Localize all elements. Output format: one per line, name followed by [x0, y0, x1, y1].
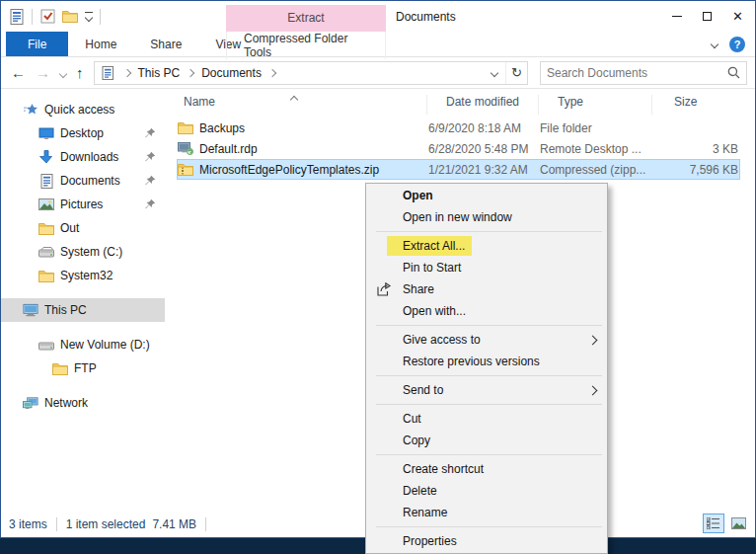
- menu-item-open[interactable]: Open: [366, 185, 607, 206]
- sidebar-item-ftp[interactable]: FTP: [1, 356, 165, 380]
- menu-separator: [376, 325, 602, 326]
- selection-size: 7.41 MB: [152, 517, 196, 531]
- downloads-icon: [38, 149, 54, 165]
- breadcrumb-documents[interactable]: Documents: [201, 66, 262, 80]
- thumbnail-view-button[interactable]: [727, 514, 749, 533]
- tab-file[interactable]: File: [6, 32, 68, 56]
- minimize-icon: [672, 16, 682, 17]
- highlight-annotation: Extract All...: [387, 236, 472, 256]
- selection-count: 1 item selected: [66, 517, 146, 531]
- breadcrumb-separator-icon[interactable]: [268, 68, 276, 76]
- breadcrumb-separator-icon[interactable]: [187, 68, 194, 76]
- menu-item-create-shortcut[interactable]: Create shortcut: [366, 458, 607, 480]
- tab-compressed-folder-tools[interactable]: Compressed Folder Tools: [226, 32, 386, 59]
- window-title: Documents: [396, 10, 456, 24]
- thumbnail-view-icon: [731, 517, 746, 529]
- picture-icon: [38, 197, 54, 212]
- checkbox-icon[interactable]: [39, 9, 55, 25]
- menu-item-extract-all[interactable]: Extract All...: [366, 235, 607, 257]
- quick-access-star-icon: [23, 102, 38, 118]
- sidebar-item-this-pc[interactable]: This PC: [1, 298, 165, 322]
- file-row-zip-selected[interactable]: MicrosoftEdgePolicyTemplates.zip 1/21/20…: [177, 159, 740, 180]
- sidebar-item-quick-access[interactable]: Quick access: [1, 98, 165, 121]
- pin-icon: [145, 151, 156, 162]
- pin-icon: [145, 175, 156, 186]
- customize-quick-access-dropdown[interactable]: [85, 12, 93, 21]
- maximize-icon: [703, 12, 712, 21]
- menu-item-open-with[interactable]: Open with...: [366, 300, 607, 322]
- documents-icon: [9, 9, 25, 25]
- quick-access-toolbar: [9, 1, 101, 32]
- divider: [56, 517, 57, 531]
- menu-item-send-to[interactable]: Send to: [366, 379, 607, 401]
- new-folder-icon[interactable]: [62, 9, 78, 25]
- close-button[interactable]: ✕: [722, 1, 753, 31]
- tab-share[interactable]: Share: [133, 32, 198, 56]
- breadcrumb-this-pc[interactable]: This PC: [138, 66, 181, 80]
- pin-icon: [145, 198, 156, 209]
- ribbon-collapse-icon[interactable]: [711, 40, 718, 48]
- recent-locations-dropdown-icon[interactable]: [60, 66, 66, 80]
- sidebar-item-downloads[interactable]: Downloads: [1, 145, 165, 169]
- divider: [32, 9, 33, 25]
- file-row-default-rdp[interactable]: Default.rdp 6/28/2020 5:48 PM Remote Des…: [177, 138, 740, 159]
- folder-location-icon: [101, 65, 116, 81]
- search-icon[interactable]: [727, 66, 740, 79]
- folder-icon: [38, 220, 54, 236]
- menu-item-cut[interactable]: Cut: [366, 408, 607, 430]
- zip-folder-icon: [178, 162, 193, 178]
- minimize-button[interactable]: [661, 1, 692, 31]
- column-header-type[interactable]: Type: [539, 95, 652, 115]
- menu-separator: [376, 526, 602, 527]
- menu-item-share[interactable]: Share: [366, 278, 607, 300]
- context-menu: Open Open in new window Extract All... P…: [365, 183, 608, 554]
- details-view-button[interactable]: [703, 514, 724, 533]
- sidebar-item-system32[interactable]: System32: [1, 264, 165, 287]
- menu-item-copy[interactable]: Copy: [366, 430, 607, 451]
- help-icon[interactable]: ?: [729, 37, 745, 52]
- rdp-file-icon: [178, 141, 193, 157]
- address-bar[interactable]: This PC Documents ↻: [94, 61, 529, 85]
- menu-separator: [376, 375, 602, 376]
- submenu-arrow-icon: [589, 329, 596, 351]
- menu-separator: [376, 231, 602, 232]
- tab-home[interactable]: Home: [68, 32, 133, 56]
- menu-item-give-access-to[interactable]: Give access to: [366, 329, 607, 351]
- details-view-icon: [707, 517, 720, 529]
- folder-icon: [178, 120, 193, 136]
- desktop-icon: [38, 125, 54, 141]
- sidebar-item-pictures[interactable]: Pictures: [1, 193, 165, 216]
- menu-separator: [376, 454, 602, 455]
- title-bar: Extract Documents ✕: [1, 1, 755, 32]
- sort-ascending-icon: [291, 92, 297, 106]
- menu-item-restore-previous-versions[interactable]: Restore previous versions: [366, 351, 607, 372]
- menu-item-properties[interactable]: Properties: [366, 530, 607, 552]
- drive-icon: [38, 337, 54, 353]
- items-count: 3 items: [9, 517, 47, 531]
- forward-button[interactable]: →: [36, 64, 50, 81]
- menu-item-delete[interactable]: Delete: [366, 480, 607, 502]
- file-row-backups[interactable]: Backups 6/9/2020 8:18 AM File folder: [177, 118, 740, 138]
- pin-icon: [145, 127, 156, 138]
- menu-item-open-in-new-window[interactable]: Open in new window: [366, 206, 607, 228]
- search-box[interactable]: [540, 61, 747, 85]
- sidebar-item-documents[interactable]: Documents: [1, 169, 165, 193]
- sidebar-item-out[interactable]: Out: [1, 216, 165, 240]
- column-header-date-modified[interactable]: Date modified: [427, 95, 539, 115]
- up-button[interactable]: ↑: [76, 64, 84, 81]
- search-input[interactable]: [547, 66, 727, 80]
- divider: [205, 517, 206, 531]
- document-icon: [38, 173, 54, 189]
- refresh-icon[interactable]: ↻: [505, 62, 527, 84]
- maximize-button[interactable]: [692, 1, 722, 31]
- sidebar-item-desktop[interactable]: Desktop: [1, 121, 165, 145]
- column-header-size[interactable]: Size: [652, 95, 755, 115]
- back-button[interactable]: ←: [11, 64, 26, 81]
- menu-item-pin-to-start[interactable]: Pin to Start: [366, 257, 607, 278]
- divider: [100, 9, 101, 25]
- address-dropdown-icon[interactable]: [484, 62, 505, 84]
- sidebar-item-system-c[interactable]: System (C:): [1, 240, 165, 264]
- menu-item-rename[interactable]: Rename: [366, 502, 607, 523]
- sidebar-item-new-volume-d[interactable]: New Volume (D:): [1, 333, 165, 356]
- sidebar-item-network[interactable]: Network: [1, 391, 165, 415]
